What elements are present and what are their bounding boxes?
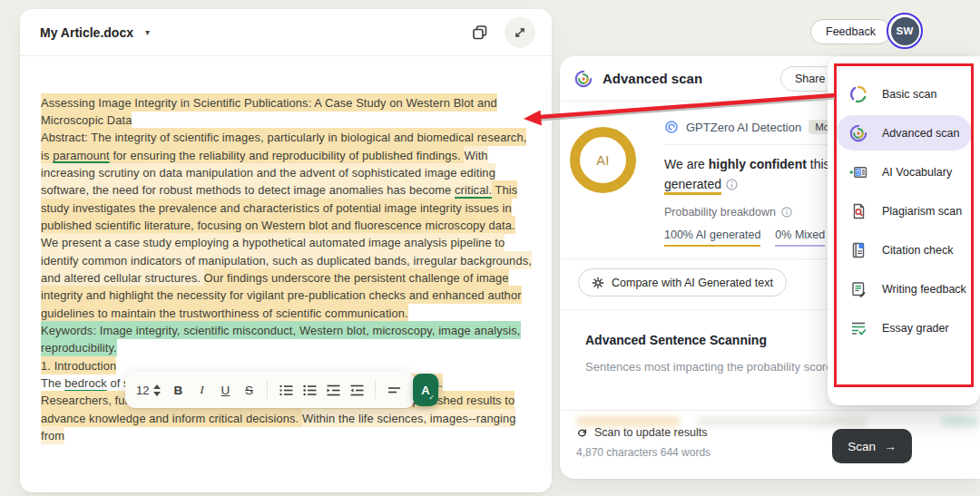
writing-feedback-icon (849, 280, 867, 298)
scan-hint: Scan to update results (576, 426, 707, 439)
feedback-button[interactable]: Feedback (810, 19, 891, 44)
blurred-chip (941, 416, 979, 427)
probability-mixed: 0% Mixed (775, 229, 825, 247)
strikethrough-button[interactable]: S (239, 378, 259, 402)
menu-item-basic-scan[interactable]: Basic scan (828, 74, 980, 113)
basic-scan-icon (849, 85, 867, 103)
copy-button[interactable] (468, 21, 492, 44)
expand-button[interactable] (505, 17, 535, 48)
menu-item-label: Writing feedback (882, 283, 966, 296)
info-icon[interactable] (726, 179, 738, 190)
document-card: My Article.docx ▾ Assessing Image Integr… (20, 9, 552, 492)
italic-button[interactable]: I (191, 378, 211, 402)
verdict-generated: generated (664, 177, 721, 195)
underline-button[interactable]: U (215, 378, 235, 402)
document-paragraph[interactable]: Keywords: Image integrity, scientific mi… (41, 321, 533, 356)
advanced-scan-icon (574, 70, 593, 88)
citation-check-icon (849, 241, 867, 259)
menu-item-writing-feedback[interactable]: Writing feedback (828, 269, 980, 308)
numbered-list-button[interactable] (276, 378, 296, 402)
document-header: My Article.docx ▾ (20, 9, 552, 56)
blurred-chip (696, 416, 868, 427)
menu-item-advanced-scan[interactable]: Advanced scan (836, 115, 972, 151)
toolbar-divider (267, 381, 268, 399)
gptzero-app: { "page": { "background": "#efefe9" }, "… (0, 0, 980, 496)
detector-name: GPTZero AI Detection (686, 121, 801, 134)
divider (560, 410, 980, 411)
toolbar-divider (375, 381, 376, 399)
compare-ai-text-button[interactable]: Compare with AI Generated text (578, 268, 787, 297)
align-icon (387, 383, 402, 398)
indent-button[interactable] (323, 378, 343, 402)
numbered-list-icon (279, 383, 294, 398)
compare-ai-text-label: Compare with AI Generated text (612, 277, 773, 289)
menu-item-label: Plagiarism scan (882, 205, 962, 218)
ai-grammar-check-button[interactable]: A ✓ (413, 374, 438, 406)
chevron-down-icon[interactable]: ▾ (145, 27, 150, 37)
sparkle-gear-icon (592, 277, 604, 289)
scan-button-label: Scan (848, 440, 876, 453)
outdent-icon (349, 383, 365, 398)
menu-item-label: Essay grader (882, 322, 949, 335)
indent-icon (326, 383, 341, 398)
menu-item-plagiarism-scan[interactable]: Plagiarism scan (828, 191, 980, 230)
menu-item-label: Citation check (882, 244, 954, 257)
plagiarism-scan-icon (849, 202, 867, 220)
expand-icon (513, 25, 527, 40)
menu-item-label: AI Vocabulary (882, 166, 952, 179)
scan-hint-label: Scan to update results (594, 426, 707, 439)
scan-type-menu: Basic scan Advanced scan AI Vocabulary (828, 56, 980, 405)
bold-button[interactable]: B (168, 378, 188, 402)
align-button[interactable] (384, 378, 404, 402)
menu-item-label: Advanced scan (882, 127, 959, 140)
info-icon[interactable] (781, 207, 792, 218)
format-toolbar: 12 B I U S (125, 372, 415, 408)
document-filename[interactable]: My Article.docx (40, 25, 133, 40)
essay-grader-icon (849, 319, 867, 337)
ai-result-badge: AI (570, 127, 636, 193)
menu-item-ai-vocabulary[interactable]: AI Vocabulary (828, 152, 980, 191)
menu-item-essay-grader[interactable]: Essay grader (828, 308, 980, 347)
ai-vocabulary-icon (849, 163, 867, 181)
probability-ai: 100% AI generated (664, 229, 760, 247)
scan-panel-title: Advanced scan (603, 71, 702, 86)
font-size-value: 12 (136, 384, 149, 397)
font-size-stepper-icon[interactable] (153, 384, 161, 396)
advanced-scan-icon (849, 124, 867, 142)
refresh-icon (576, 427, 588, 439)
check-icon: ✓ (428, 394, 435, 402)
arrow-right-icon: → (884, 440, 897, 453)
avatar[interactable]: SW (887, 13, 923, 49)
character-word-count: 4,870 characters 644 words (576, 446, 710, 459)
copy-icon (471, 24, 489, 42)
menu-item-citation-check[interactable]: Citation check (828, 230, 980, 269)
document-paragraph[interactable]: Assessing Image Integrity in Scientific … (41, 93, 533, 129)
gptzero-icon (664, 120, 679, 134)
bullet-list-button[interactable] (299, 378, 319, 402)
font-size-control[interactable]: 12 (136, 384, 161, 397)
document-paragraph[interactable]: Abstract: The integrity of scientific im… (41, 129, 533, 322)
scan-button[interactable]: Scan → (832, 429, 912, 463)
avatar-initials: SW (891, 17, 919, 45)
bullet-list-icon (302, 383, 318, 398)
outdent-button[interactable] (347, 378, 367, 402)
menu-item-label: Basic scan (882, 88, 936, 101)
